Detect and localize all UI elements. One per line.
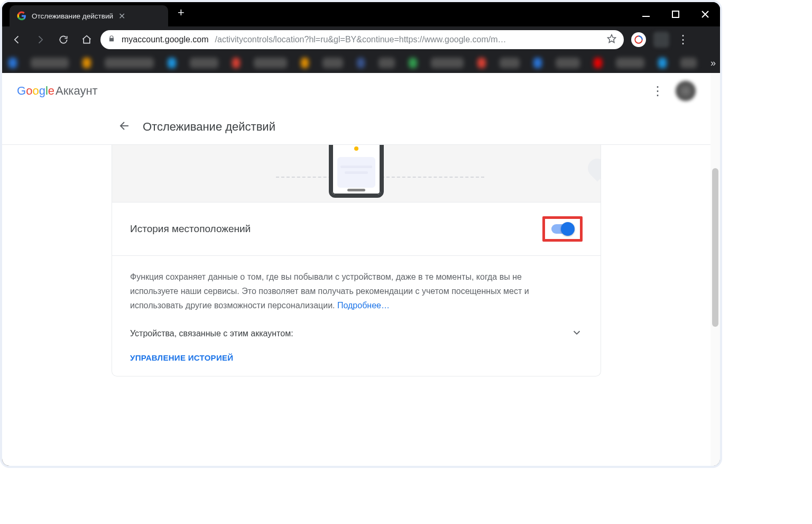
browser-tab[interactable]: Отслеживание действий ✕ [10, 5, 168, 26]
svg-rect-1 [672, 11, 679, 17]
bookmark-item[interactable] [533, 58, 542, 68]
highlight-box [542, 216, 583, 242]
reload-button[interactable] [54, 30, 73, 49]
titlebar: Отслеживание действий ✕ + [2, 2, 720, 26]
scrollbar-thumb[interactable] [712, 168, 718, 327]
card-illustration [112, 145, 601, 202]
bookmark-item[interactable] [8, 58, 17, 68]
browser-toolbar: myaccount.google.com/activitycontrols/lo… [2, 26, 720, 53]
svg-marker-2 [608, 35, 616, 43]
page-scrollbar[interactable] [710, 73, 720, 466]
svg-rect-0 [642, 16, 650, 17]
settings-card: История местоположений Функция сохраняет… [112, 145, 601, 376]
bookmarks-bar: » [2, 53, 720, 73]
bookmark-item[interactable] [556, 58, 580, 68]
browser-menu-button[interactable]: ⋮ [673, 33, 693, 47]
bookmark-item[interactable] [594, 58, 602, 68]
maximize-button[interactable] [661, 2, 690, 26]
close-window-button[interactable] [690, 2, 720, 26]
phone-illustration-icon [329, 145, 384, 198]
bookmark-item[interactable] [409, 58, 417, 68]
map-pin-icon [588, 159, 601, 183]
bookmarks-overflow-icon[interactable]: » [710, 58, 714, 69]
bookmark-item[interactable] [357, 58, 365, 68]
bookmark-item[interactable] [105, 58, 154, 68]
bookmark-item[interactable] [680, 58, 697, 68]
learn-more-link[interactable]: Подробнее… [337, 301, 390, 310]
chevron-down-icon [571, 327, 583, 341]
bookmark-item[interactable] [254, 58, 287, 68]
google-favicon-icon [17, 11, 26, 21]
browser-window: Отслеживание действий ✕ + myaccount.goog… [0, 0, 722, 468]
profile-icon[interactable] [653, 32, 669, 48]
address-bar[interactable]: myaccount.google.com/activitycontrols/lo… [100, 30, 624, 49]
window-controls [631, 2, 720, 26]
lock-icon [108, 35, 115, 44]
bookmark-item[interactable] [82, 58, 91, 68]
bookmark-item[interactable] [232, 58, 241, 68]
extension-icon[interactable] [631, 32, 646, 47]
nav-forward-button[interactable] [31, 30, 50, 49]
bookmark-item[interactable] [322, 58, 343, 68]
bookmark-item[interactable] [616, 58, 644, 68]
home-button[interactable] [77, 30, 96, 49]
bookmark-item[interactable] [477, 58, 486, 68]
account-avatar[interactable] [676, 81, 696, 101]
toggle-label: История местоположений [130, 223, 251, 235]
bookmark-item[interactable] [301, 58, 309, 68]
bookmark-item[interactable] [379, 58, 395, 68]
nav-back-button[interactable] [7, 30, 26, 49]
url-path: /activitycontrols/location?hl=ru&gl=BY&c… [215, 35, 506, 44]
bookmark-item[interactable] [658, 58, 667, 68]
apps-menu-button[interactable]: ⋮ [651, 84, 664, 98]
google-logo: Google [17, 84, 54, 98]
toggle-description: Функция сохраняет данные о том, где вы п… [130, 270, 532, 313]
description-row: Функция сохраняет данные о том, где вы п… [112, 255, 601, 376]
manage-history-link[interactable]: УПРАВЛЕНИЕ ИСТОРИЕЙ [130, 353, 583, 362]
page-content: Google Аккаунт ⋮ Отслеживание действий [2, 73, 710, 466]
close-tab-icon[interactable]: ✕ [118, 11, 125, 21]
page-viewport: Google Аккаунт ⋮ Отслеживание действий [2, 73, 720, 466]
toggle-knob-icon [561, 222, 575, 236]
product-name: Аккаунт [56, 84, 98, 98]
minimize-button[interactable] [631, 2, 661, 26]
url-host: myaccount.google.com [122, 35, 209, 44]
new-tab-button[interactable]: + [168, 6, 194, 23]
devices-expand-row[interactable]: Устройства, связанные с этим аккаунтом: [130, 327, 583, 341]
location-history-toggle[interactable] [551, 224, 574, 234]
bookmark-item[interactable] [190, 58, 218, 68]
location-history-toggle-row: История местоположений [112, 202, 601, 255]
google-account-header: Google Аккаунт ⋮ [2, 73, 710, 109]
bookmark-item[interactable] [168, 58, 176, 68]
description-text: Функция сохраняет данные о том, где вы п… [130, 272, 529, 310]
bookmark-item[interactable] [431, 58, 464, 68]
bookmark-item[interactable] [31, 58, 69, 68]
bookmark-star-icon[interactable] [607, 34, 616, 45]
sub-header: Отслеживание действий [2, 109, 710, 145]
bookmark-item[interactable] [500, 58, 520, 68]
page-title: Отслеживание действий [143, 120, 275, 134]
back-arrow-button[interactable] [118, 119, 131, 134]
tab-title: Отслеживание действий [32, 12, 113, 20]
devices-label: Устройства, связанные с этим аккаунтом: [130, 329, 293, 338]
